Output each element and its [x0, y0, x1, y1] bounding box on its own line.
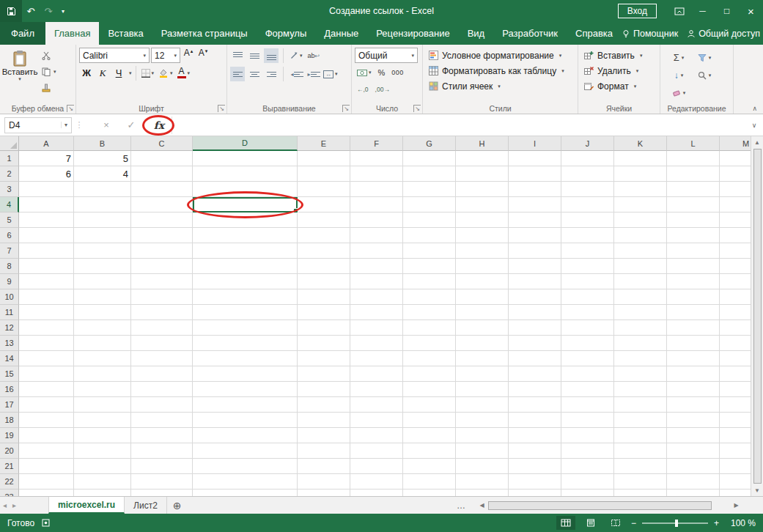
cell-K23[interactable]: [614, 489, 667, 496]
cell-M16[interactable]: [720, 382, 751, 397]
cell-D6[interactable]: [193, 228, 298, 243]
column-header-E[interactable]: E: [298, 136, 350, 151]
zoom-level[interactable]: 100 %: [725, 518, 756, 528]
cell-G9[interactable]: [403, 274, 456, 289]
cell-M12[interactable]: [720, 320, 751, 336]
cell-G23[interactable]: [403, 489, 456, 496]
cell-A14[interactable]: [19, 351, 74, 366]
cell-H11[interactable]: [456, 305, 509, 320]
cell-B21[interactable]: [74, 459, 131, 474]
cell-G3[interactable]: [403, 182, 456, 197]
number-format-select[interactable]: Общий ▾: [355, 48, 418, 63]
grow-font-button[interactable]: А▴: [182, 48, 195, 63]
cell-E22[interactable]: [298, 474, 350, 489]
row-header-15[interactable]: 15: [0, 366, 19, 382]
cell-C14[interactable]: [131, 351, 193, 366]
sort-filter-button[interactable]: ▾: [692, 49, 717, 66]
page-break-view-button[interactable]: [606, 516, 625, 530]
cell-E10[interactable]: [298, 289, 350, 305]
ribbon-tab-Справка[interactable]: Справка: [567, 22, 622, 45]
cell-I10[interactable]: [509, 289, 561, 305]
cell-K4[interactable]: [614, 197, 667, 213]
cell-M13[interactable]: [720, 336, 751, 351]
cell-A5[interactable]: [19, 213, 74, 228]
column-header-L[interactable]: L: [667, 136, 720, 151]
close-button[interactable]: ×: [739, 0, 763, 22]
cell-L22[interactable]: [667, 474, 720, 489]
cell-I16[interactable]: [509, 382, 561, 397]
cell-I8[interactable]: [509, 259, 561, 274]
row-header-7[interactable]: 7: [0, 243, 19, 259]
cell-M8[interactable]: [720, 259, 751, 274]
bold-button[interactable]: Ж: [79, 65, 94, 81]
percent-style-button[interactable]: %: [376, 65, 388, 80]
undo-button[interactable]: ↶: [22, 0, 40, 22]
cut-button[interactable]: [40, 48, 59, 64]
cell-J16[interactable]: [561, 382, 614, 397]
cell-C6[interactable]: [131, 228, 193, 243]
italic-button[interactable]: К: [95, 65, 110, 81]
paste-button[interactable]: Вставить ▾: [3, 48, 37, 96]
cell-F3[interactable]: [350, 182, 403, 197]
ribbon-tab-Вставка[interactable]: Вставка: [99, 22, 152, 45]
cell-H12[interactable]: [456, 320, 509, 336]
cell-C10[interactable]: [131, 289, 193, 305]
cell-L15[interactable]: [667, 366, 720, 382]
collapse-ribbon-button[interactable]: ∧: [752, 105, 757, 112]
cell-J13[interactable]: [561, 336, 614, 351]
row-header-8[interactable]: 8: [0, 259, 19, 274]
cell-C16[interactable]: [131, 382, 193, 397]
cell-K3[interactable]: [614, 182, 667, 197]
zoom-in-button[interactable]: +: [714, 518, 719, 528]
cell-K16[interactable]: [614, 382, 667, 397]
cell-L9[interactable]: [667, 274, 720, 289]
cell-H1[interactable]: [456, 151, 509, 166]
cell-K13[interactable]: [614, 336, 667, 351]
cell-I22[interactable]: [509, 474, 561, 489]
align-top-button[interactable]: [230, 48, 245, 63]
cell-D20[interactable]: [193, 443, 298, 459]
cell-G18[interactable]: [403, 413, 456, 428]
decrease-decimal-button[interactable]: ,00→: [373, 82, 392, 97]
cell-J8[interactable]: [561, 259, 614, 274]
cell-D7[interactable]: [193, 243, 298, 259]
cell-D19[interactable]: [193, 428, 298, 443]
cell-I21[interactable]: [509, 459, 561, 474]
cell-K2[interactable]: [614, 166, 667, 182]
cell-K21[interactable]: [614, 459, 667, 474]
cell-H5[interactable]: [456, 213, 509, 228]
cell-J15[interactable]: [561, 366, 614, 382]
cell-H20[interactable]: [456, 443, 509, 459]
align-left-button[interactable]: [230, 67, 245, 81]
cell-K1[interactable]: [614, 151, 667, 166]
cell-D18[interactable]: [193, 413, 298, 428]
cell-F23[interactable]: [350, 489, 403, 496]
cell-M23[interactable]: [720, 489, 751, 496]
fill-button[interactable]: ↓ ▾: [666, 67, 691, 84]
cell-A7[interactable]: [19, 243, 74, 259]
cell-B17[interactable]: [74, 397, 131, 413]
cell-L18[interactable]: [667, 413, 720, 428]
cell-H8[interactable]: [456, 259, 509, 274]
cell-I7[interactable]: [509, 243, 561, 259]
cell-I4[interactable]: [509, 197, 561, 213]
row-header-3[interactable]: 3: [0, 182, 19, 197]
cell-M10[interactable]: [720, 289, 751, 305]
cell-C22[interactable]: [131, 474, 193, 489]
row-header-13[interactable]: 13: [0, 336, 19, 351]
cell-G6[interactable]: [403, 228, 456, 243]
cell-I12[interactable]: [509, 320, 561, 336]
cell-A18[interactable]: [19, 413, 74, 428]
cell-F8[interactable]: [350, 259, 403, 274]
share-button[interactable]: Общий доступ: [699, 29, 760, 39]
cell-I9[interactable]: [509, 274, 561, 289]
cell-G8[interactable]: [403, 259, 456, 274]
cell-D23[interactable]: [193, 489, 298, 496]
merge-center-button[interactable]: ↔ ▾: [322, 67, 339, 82]
sign-in-button[interactable]: Вход: [618, 4, 657, 18]
cell-C2[interactable]: [131, 166, 193, 182]
cell-L11[interactable]: [667, 305, 720, 320]
cell-B8[interactable]: [74, 259, 131, 274]
cell-C3[interactable]: [131, 182, 193, 197]
cell-M2[interactable]: [720, 166, 751, 182]
